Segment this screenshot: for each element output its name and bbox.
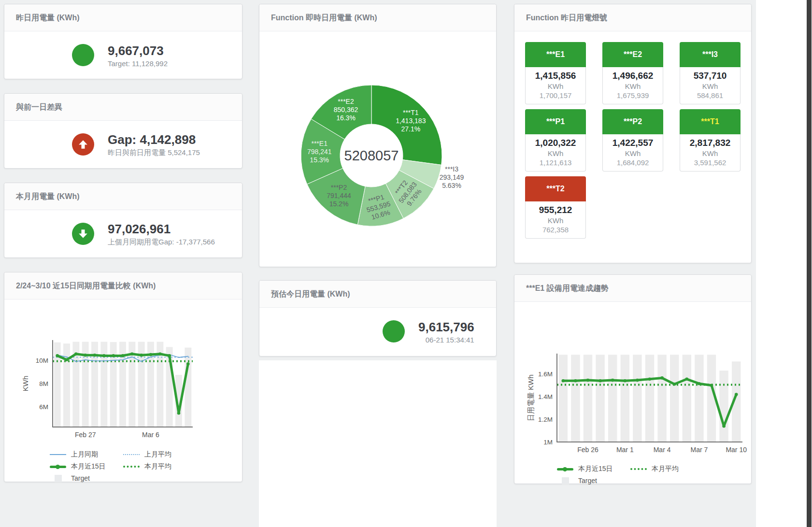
- target-bar: [657, 355, 666, 442]
- tile-body: 2,817,832KWh3,591,562: [680, 134, 741, 171]
- target-bar: [621, 355, 629, 442]
- x-tick-label: Feb 26: [577, 446, 598, 454]
- tile-value: 2,817,832: [681, 138, 739, 148]
- status-tile: ***T12,817,832KWh3,591,562: [680, 109, 741, 171]
- series-marker: [149, 353, 153, 356]
- tile-value: 537,710: [681, 71, 739, 81]
- x-tick-label: Feb 27: [75, 431, 96, 439]
- tile-value: 1,496,662: [604, 71, 662, 81]
- sw-blue-line-icon: [50, 454, 66, 455]
- card-status-lights: Function 昨日用電燈號 ***E11,415,856KWh1,700,1…: [514, 4, 752, 263]
- tile-device-name: ***E1: [525, 42, 586, 67]
- tile-unit: KWh: [604, 149, 662, 157]
- tile-target-value: 1,700,157: [527, 91, 584, 100]
- series-marker: [624, 379, 627, 383]
- legend-label: 本月近15日: [71, 462, 106, 471]
- arrow-down-circle-icon: [72, 223, 94, 245]
- legend-item[interactable]: 本月近15日: [50, 462, 123, 471]
- comparison-chart-legend: 上月同期上月平均本月近15日本月平均Target: [50, 450, 242, 482]
- tile-device-name: ***P2: [602, 109, 663, 134]
- target-bar: [185, 348, 191, 427]
- sw-green-line-icon: [557, 468, 573, 470]
- kpi-body: 9,667,073 Target: 11,128,992: [4, 31, 242, 79]
- target-bar: [596, 355, 604, 442]
- tile-device-name: ***I3: [680, 42, 741, 67]
- legend-label: Target: [578, 477, 597, 484]
- kpi-value: 97,026,961: [108, 221, 215, 237]
- y-tick-label: 1.2M: [538, 416, 553, 423]
- trend-chart[interactable]: 1M1.2M1.4M1.6MFeb 26Mar 1Mar 4Mar 7Mar 1…: [514, 348, 751, 462]
- kpi-body: 9,615,796 06-21 15:34:41: [259, 308, 496, 355]
- sw-green-dot-icon: [630, 468, 647, 470]
- legend-label: 上月平均: [144, 450, 171, 459]
- tile-body: 1,415,856KWh1,700,157: [525, 67, 586, 104]
- scrollbar-thumb[interactable]: [807, 0, 812, 527]
- kpi-subtitle: Target: 11,128,992: [108, 59, 168, 68]
- series-marker: [102, 354, 106, 357]
- status-circle-icon: [72, 44, 94, 66]
- series-marker: [84, 354, 87, 357]
- series-marker: [121, 354, 125, 357]
- donut-chart[interactable]: ***T11,413,18327.1%***I3293,1495.63%***T…: [259, 31, 496, 267]
- status-tile: ***E11,415,856KWh1,700,157: [525, 42, 586, 104]
- trend-chart-legend: 本月近15日本月平均Target: [557, 465, 751, 484]
- sw-green-line-icon: [50, 466, 66, 468]
- target-bar: [719, 370, 728, 442]
- series-marker: [636, 379, 639, 382]
- series-marker: [660, 376, 664, 380]
- tile-unit: KWh: [527, 216, 584, 225]
- series-marker: [574, 379, 577, 383]
- series-marker: [698, 382, 701, 385]
- tile-body: 1,422,557KWh1,684,092: [602, 134, 663, 171]
- tile-body: 537,710KWh584,861: [680, 67, 741, 104]
- kpi-subtitle: 上個月同期用電Gap: -17,377,566: [108, 238, 215, 247]
- series-marker: [168, 354, 171, 357]
- target-bar: [571, 355, 580, 442]
- legend-item[interactable]: Target: [557, 477, 630, 484]
- legend-item[interactable]: 本月近15日: [557, 465, 630, 473]
- card-title: 本月用電量 (KWh): [4, 183, 242, 210]
- y-tick-label: 1M: [543, 439, 553, 446]
- status-tile-grid: ***E11,415,856KWh1,700,157***E21,496,662…: [514, 31, 751, 239]
- x-tick-label: Mar 7: [691, 446, 708, 454]
- tile-target-value: 584,861: [681, 91, 739, 100]
- series-marker: [186, 362, 190, 366]
- legend-item[interactable]: 上月同期: [50, 450, 123, 459]
- series-marker: [673, 383, 676, 386]
- legend-item[interactable]: Target: [50, 474, 123, 482]
- right-column: Function 昨日用電燈號 ***E11,415,856KWh1,700,1…: [514, 4, 752, 484]
- tile-target-value: 1,121,613: [527, 158, 584, 167]
- tile-body: 1,496,662KWh1,675,939: [602, 67, 663, 104]
- tile-target-value: 1,675,939: [604, 91, 662, 100]
- legend-label: 本月平均: [144, 462, 171, 471]
- legend-item[interactable]: 本月平均: [630, 465, 704, 473]
- series-marker: [56, 354, 59, 357]
- x-tick-label: Mar 6: [142, 431, 159, 439]
- card-month-usage: 本月用電量 (KWh) 97,026,961 上個月同期用電Gap: -17,3…: [4, 183, 242, 258]
- status-tile: ***I3537,710KWh584,861: [680, 42, 741, 104]
- legend-item[interactable]: 本月平均: [123, 462, 197, 471]
- series-marker: [93, 354, 97, 357]
- status-tile: ***P21,422,557KWh1,684,092: [602, 109, 663, 171]
- tile-unit: KWh: [681, 82, 739, 90]
- target-bar: [633, 355, 641, 442]
- series-marker: [112, 354, 115, 357]
- tile-device-name: ***T2: [525, 176, 586, 201]
- legend-label: Target: [71, 474, 90, 482]
- kpi-body: Gap: 4,142,898 昨日與前日用電量 5,524,175: [4, 121, 242, 168]
- kpi-value: 9,667,073: [108, 43, 168, 58]
- legend-item[interactable]: 上月平均: [123, 450, 197, 459]
- series-marker: [722, 425, 726, 428]
- series-marker: [735, 393, 738, 396]
- series-marker: [648, 378, 652, 381]
- tile-unit: KWh: [527, 82, 584, 90]
- card-estimated-today: 預估今日用電量 (KWh) 9,615,796 06-21 15:34:41: [259, 280, 497, 356]
- series-marker: [685, 378, 689, 381]
- middle-column: Function 即時日用電量 (KWh) ***T11,413,18327.1…: [259, 4, 497, 356]
- tile-value: 955,212: [527, 205, 584, 215]
- tile-body: 955,212KWh762,358: [525, 201, 586, 239]
- kpi-subtitle: 昨日與前日用電量 5,524,175: [108, 148, 200, 157]
- comparison-chart[interactable]: 6M8M10MFeb 27Mar 6KWh: [4, 334, 242, 447]
- status-tile: ***E21,496,662KWh1,675,939: [602, 42, 663, 104]
- status-circle-icon: [383, 320, 405, 342]
